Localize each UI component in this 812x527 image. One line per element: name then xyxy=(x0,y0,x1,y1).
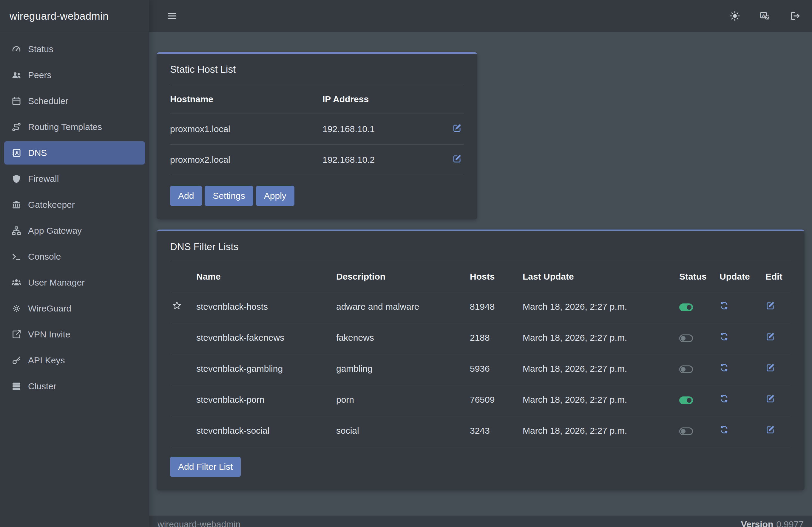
update-filter-button[interactable] xyxy=(720,425,729,434)
sidebar-item-dns[interactable]: DNS xyxy=(4,141,145,165)
sidebar-item-scheduler[interactable]: Scheduler xyxy=(4,89,145,113)
column-header-name: Name xyxy=(196,262,336,291)
sidebar-item-routing-templates[interactable]: Routing Templates xyxy=(4,115,145,139)
sidebar-item-label: Cluster xyxy=(28,381,56,391)
sidebar-item-peers[interactable]: Peers xyxy=(4,63,145,87)
footer-version: Version 0.9977 xyxy=(741,519,804,527)
building-columns-icon xyxy=(11,200,28,210)
sidebar-nav: Status Peers Scheduler Routing Templates… xyxy=(0,32,149,406)
sidebar-item-label: User Manager xyxy=(28,277,85,288)
settings-button[interactable]: Settings xyxy=(205,186,253,206)
edit-icon xyxy=(452,154,462,164)
filter-list-row: stevenblack-gambling gambling 5936 March… xyxy=(170,353,791,384)
status-toggle[interactable] xyxy=(679,396,693,404)
sidebar-item-app-gateway[interactable]: App Gateway xyxy=(4,219,145,242)
footer-brand: wireguard-webadmin xyxy=(158,519,241,527)
terminal-icon xyxy=(11,252,28,262)
status-toggle[interactable] xyxy=(679,334,693,342)
sign-out-icon xyxy=(789,11,801,21)
sign-out-button[interactable] xyxy=(789,11,801,21)
sidebar-item-label: API Keys xyxy=(28,355,65,365)
language-button[interactable] xyxy=(759,11,770,21)
filter-name-cell: stevenblack-hosts xyxy=(196,291,336,322)
update-filter-button[interactable] xyxy=(720,332,729,341)
sidebar-item-user-manager[interactable]: User Manager xyxy=(4,271,145,294)
edit-host-button[interactable] xyxy=(452,154,462,164)
hostname-cell: proxmox1.local xyxy=(170,114,322,145)
filter-list-row: stevenblack-fakenews fakenews 2188 March… xyxy=(170,322,791,353)
refresh-icon xyxy=(720,301,729,310)
sidebar-item-wireguard[interactable]: WireGuard xyxy=(4,297,145,320)
refresh-icon xyxy=(720,425,729,434)
ip-address-cell: 192.168.10.1 xyxy=(322,114,448,145)
column-header-last-update: Last Update xyxy=(523,262,679,291)
filter-name-cell: stevenblack-fakenews xyxy=(196,322,336,353)
add-filter-list-button[interactable]: Add Filter List xyxy=(170,457,241,477)
column-header-description: Description xyxy=(336,262,470,291)
update-filter-button[interactable] xyxy=(720,394,729,403)
refresh-icon xyxy=(720,332,729,341)
filter-name-cell: stevenblack-social xyxy=(196,415,336,446)
status-toggle[interactable] xyxy=(679,365,693,373)
edit-icon xyxy=(766,332,775,342)
sidebar-item-status[interactable]: Status xyxy=(4,37,145,61)
language-icon xyxy=(759,11,770,21)
filter-description-cell: gambling xyxy=(336,353,470,384)
edit-filter-button[interactable] xyxy=(766,425,775,435)
update-filter-button[interactable] xyxy=(720,301,729,310)
column-header-actions xyxy=(448,85,464,114)
menu-toggle-button[interactable] xyxy=(166,11,177,21)
table-header-row: Name Description Hosts Last Update Statu… xyxy=(170,262,791,291)
filter-last-update-cell: March 18, 2026, 2:27 p.m. xyxy=(523,384,679,415)
filter-hosts-cell: 5936 xyxy=(470,353,523,384)
dns-filter-table: Name Description Hosts Last Update Statu… xyxy=(170,262,791,446)
filter-hosts-cell: 3243 xyxy=(470,415,523,446)
edit-icon xyxy=(452,123,462,133)
menu-icon xyxy=(166,11,177,21)
filter-list-row: stevenblack-social social 3243 March 18,… xyxy=(170,415,791,446)
host-row: proxmox1.local 192.168.10.1 xyxy=(170,114,464,145)
apply-button[interactable]: Apply xyxy=(256,186,294,206)
sidebar-item-label: WireGuard xyxy=(28,303,71,314)
filter-last-update-cell: March 18, 2026, 2:27 p.m. xyxy=(523,322,679,353)
edit-filter-button[interactable] xyxy=(766,363,775,373)
edit-filter-button[interactable] xyxy=(766,394,775,404)
sidebar-item-firewall[interactable]: Firewall xyxy=(4,167,145,191)
filter-last-update-cell: March 18, 2026, 2:27 p.m. xyxy=(523,353,679,384)
version-value: 0.9977 xyxy=(776,519,804,527)
column-header-favorite xyxy=(170,262,196,291)
edit-icon xyxy=(766,301,775,311)
update-filter-button[interactable] xyxy=(720,363,729,372)
sidebar-item-vpn-invite[interactable]: VPN Invite xyxy=(4,323,145,346)
sidebar-item-label: Scheduler xyxy=(28,96,68,106)
key-icon xyxy=(11,355,28,365)
theme-toggle-button[interactable] xyxy=(729,11,740,21)
sidebar-item-api-keys[interactable]: API Keys xyxy=(4,349,145,372)
sidebar-item-label: Firewall xyxy=(28,174,59,184)
main-content: Static Host List Hostname IP Address pro… xyxy=(149,32,812,500)
sidebar-item-cluster[interactable]: Cluster xyxy=(4,375,145,398)
sidebar: wireguard-webadmin Status Peers Schedule… xyxy=(0,0,149,527)
sidebar-item-label: VPN Invite xyxy=(28,329,70,340)
favorite-star-icon[interactable] xyxy=(172,300,182,311)
host-row: proxmox2.local 192.168.10.2 xyxy=(170,145,464,175)
route-icon xyxy=(11,122,28,132)
hostname-cell: proxmox2.local xyxy=(170,145,322,175)
column-header-edit: Edit xyxy=(766,262,791,291)
brand-link[interactable]: wireguard-webadmin xyxy=(0,0,149,32)
edit-filter-button[interactable] xyxy=(766,301,775,311)
static-host-list-title: Static Host List xyxy=(157,54,477,85)
status-toggle[interactable] xyxy=(679,427,693,435)
dns-filter-lists-card: DNS Filter Lists Name Description Hosts … xyxy=(157,229,804,490)
column-header-hosts: Hosts xyxy=(470,262,523,291)
column-header-status: Status xyxy=(679,262,720,291)
edit-host-button[interactable] xyxy=(452,123,462,133)
status-toggle[interactable] xyxy=(679,303,693,311)
sidebar-item-console[interactable]: Console xyxy=(4,245,145,268)
sidebar-item-gatekeeper[interactable]: Gatekeeper xyxy=(4,193,145,216)
add-host-button[interactable]: Add xyxy=(170,186,202,206)
edit-icon xyxy=(766,425,775,435)
column-header-hostname: Hostname xyxy=(170,85,322,114)
filter-hosts-cell: 2188 xyxy=(470,322,523,353)
edit-filter-button[interactable] xyxy=(766,332,775,342)
